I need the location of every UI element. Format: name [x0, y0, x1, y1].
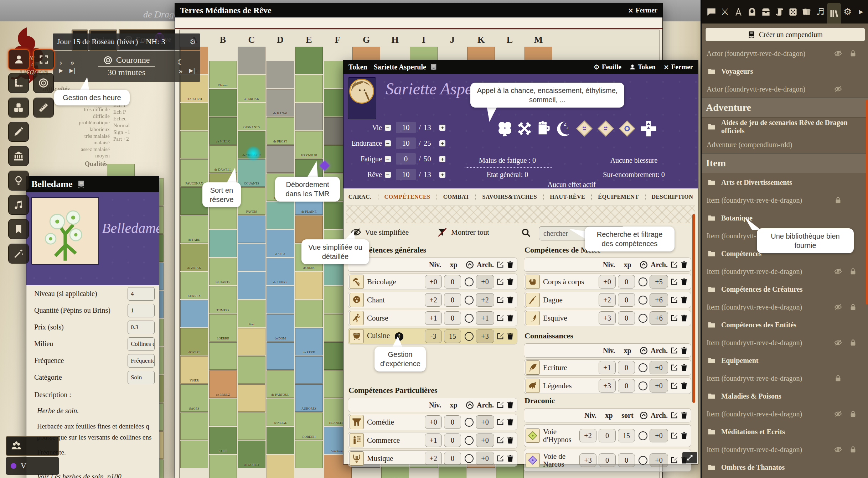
edit-icon[interactable]: [670, 364, 678, 372]
tmr-cell[interactable]: [180, 300, 208, 327]
tmr-cell[interactable]: [209, 89, 237, 116]
tmr-window-header[interactable]: Terres Médianes de Rêve × Fermer: [175, 3, 662, 17]
player-row[interactable]: V: [6, 457, 59, 475]
competence-row[interactable]: Dague+20+6: [524, 292, 691, 308]
tmr-cell[interactable]: [295, 75, 323, 102]
trash-icon[interactable]: [506, 418, 514, 426]
tmr-cell[interactable]: [295, 215, 323, 243]
competence-name[interactable]: Cuisine↑: [367, 332, 423, 341]
tmr-cell[interactable]: de TUBRE: [267, 258, 294, 285]
sort-value[interactable]: 0: [618, 453, 635, 467]
import-book-icon[interactable]: [77, 180, 86, 188]
xp-value[interactable]: 0: [599, 429, 616, 442]
trash-icon[interactable]: [506, 296, 514, 304]
stat-increase-button[interactable]: +: [439, 140, 445, 146]
edit-icon[interactable]: [670, 261, 678, 269]
stat-decrease-button[interactable]: −: [385, 125, 391, 131]
time-advance-medium-button[interactable]: »: [68, 59, 77, 67]
edit-icon[interactable]: [496, 278, 504, 286]
competence-name[interactable]: Dague: [543, 296, 596, 304]
xp-value[interactable]: 0: [444, 452, 461, 465]
tmr-cell[interactable]: d'OYSEL: [180, 328, 208, 355]
tmr-cell[interactable]: [267, 202, 294, 229]
create-compendium-button[interactable]: Créer un compendium: [705, 28, 865, 41]
roll-circle[interactable]: [465, 296, 474, 305]
tab-haut-r-ve[interactable]: HAUT-RÊVE: [544, 194, 592, 200]
tmr-cell[interactable]: de REVE: [295, 328, 323, 355]
compendium-entry[interactable]: Item (foundryvtt-reve-de-dragon): [702, 370, 868, 387]
compendium-folder[interactable]: Arts et Divertissements: [702, 173, 868, 192]
compendium-entry[interactable]: Item (foundryvtt-reve-de-dragon): [702, 334, 868, 351]
tmr-cell[interactable]: [267, 145, 294, 173]
tmr-cell[interactable]: KORREX: [180, 272, 208, 299]
roll-circle[interactable]: [639, 363, 647, 372]
field-input[interactable]: 0.3: [128, 321, 155, 334]
compendium-folder[interactable]: Méditations et Ecrits: [702, 422, 868, 441]
edit-icon[interactable]: [670, 314, 678, 322]
calendar-bar[interactable]: Jour 15 de Roseau (hiver) – NH: 3 ⚙: [53, 33, 200, 50]
roll-circle[interactable]: [639, 314, 647, 323]
trash-icon[interactable]: [506, 436, 514, 444]
roll-circle[interactable]: [639, 296, 647, 305]
field-select[interactable]: Soin: [128, 371, 155, 384]
tmr-cell[interactable]: BORDEH: [295, 412, 323, 440]
stat-current-value[interactable]: 0: [396, 153, 416, 165]
belledame-item-name[interactable]: Belledame: [102, 220, 159, 237]
tmr-cell[interactable]: [267, 427, 294, 454]
time-forward-button[interactable]: »: [176, 67, 185, 75]
field-input[interactable]: 4: [128, 287, 155, 301]
compendium-tab[interactable]: [827, 3, 841, 24]
field-select[interactable]: Fréquente: [128, 354, 155, 368]
niv-value[interactable]: +0: [599, 275, 616, 289]
tmr-cell[interactable]: de FROST: [267, 117, 294, 145]
sheet-close-button[interactable]: ×Fermer: [663, 63, 693, 71]
settings-tab[interactable]: ⚙: [841, 4, 854, 20]
tmr-cell[interactable]: [295, 441, 323, 468]
stat-current-value[interactable]: 10: [396, 169, 416, 180]
arch-value[interactable]: +0: [476, 415, 494, 429]
trash-icon[interactable]: [506, 314, 514, 322]
competence-name[interactable]: Ecriture: [543, 364, 596, 372]
tmr-cell[interactable]: de BRULZ: [209, 370, 237, 398]
competence-name[interactable]: Musique: [367, 454, 423, 462]
tmr-cell[interactable]: [295, 103, 323, 130]
tmr-demi-reve-diamond-icon[interactable]: [597, 120, 614, 137]
compendium-entry[interactable]: Actor (foundryvtt-reve-de-dragon): [702, 80, 868, 98]
tile-measure-tool[interactable]: [33, 98, 54, 118]
tmr-cell[interactable]: de ZNIAK: [180, 244, 208, 271]
edit-icon[interactable]: [670, 456, 678, 464]
tmr-cell[interactable]: de DAWELL: [209, 145, 237, 173]
niv-value[interactable]: +1: [425, 433, 442, 447]
belledame-window-header[interactable]: Belledame: [26, 176, 159, 192]
tmr-cell[interactable]: MEST-GLEI: [295, 131, 323, 159]
compendium-entry[interactable]: Actor (foundryvtt-reve-de-dragon): [702, 45, 868, 62]
tmr-cell[interactable]: [238, 47, 265, 74]
roll-circle[interactable]: [465, 418, 474, 427]
tmr-cell[interactable]: [238, 356, 265, 384]
ethylisme-mug-icon[interactable]: [535, 119, 552, 137]
tmr-cell[interactable]: [238, 244, 265, 271]
trash-icon[interactable]: [680, 314, 688, 322]
edit-icon[interactable]: [670, 347, 678, 354]
niv-value[interactable]: -3: [425, 329, 442, 343]
niv-value[interactable]: +3: [599, 379, 616, 393]
edit-icon[interactable]: [670, 411, 678, 419]
arch-value[interactable]: +1: [476, 311, 494, 325]
players-toggle[interactable]: [6, 436, 59, 456]
xp-value[interactable]: 0: [618, 361, 635, 374]
time-forward-skip-button[interactable]: ▶|: [187, 67, 197, 75]
trash-icon[interactable]: [506, 332, 514, 340]
arch-value[interactable]: +0: [650, 453, 668, 467]
vue-simplifiee-toggle[interactable]: Vue simplifiée: [351, 227, 409, 238]
trash-icon[interactable]: [506, 278, 514, 286]
arch-value[interactable]: +0: [650, 361, 668, 374]
competence-row[interactable]: Comédie+00+0: [348, 414, 517, 430]
roll-circle[interactable]: [465, 332, 474, 341]
field-select[interactable]: Collines ensoleil: [128, 337, 155, 351]
calendar-settings-gear-icon[interactable]: ⚙: [190, 37, 196, 46]
compendium-entry[interactable]: Adventure (compendium-rdd): [702, 136, 868, 153]
arch-value[interactable]: +0: [476, 452, 494, 465]
tmr-cell[interactable]: [180, 131, 208, 159]
measure-controls[interactable]: [8, 73, 29, 93]
trash-icon[interactable]: [506, 401, 514, 409]
